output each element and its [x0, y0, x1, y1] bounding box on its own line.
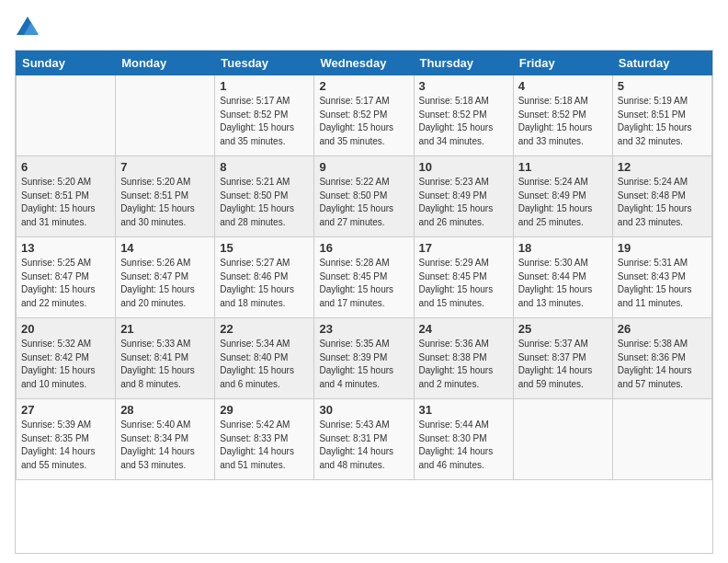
calendar-cell: 24Sunrise: 5:36 AM Sunset: 8:38 PM Dayli… [414, 318, 513, 399]
day-detail: Sunrise: 5:22 AM Sunset: 8:50 PM Dayligh… [319, 176, 408, 229]
calendar-cell: 23Sunrise: 5:35 AM Sunset: 8:39 PM Dayli… [314, 318, 414, 399]
calendar-cell: 2Sunrise: 5:17 AM Sunset: 8:52 PM Daylig… [314, 75, 414, 156]
calendar-cell: 5Sunrise: 5:19 AM Sunset: 8:51 PM Daylig… [612, 75, 711, 156]
day-detail: Sunrise: 5:28 AM Sunset: 8:45 PM Dayligh… [319, 257, 408, 310]
day-number: 31 [419, 403, 508, 417]
calendar-cell [612, 399, 711, 480]
calendar-cell: 26Sunrise: 5:38 AM Sunset: 8:36 PM Dayli… [612, 318, 711, 399]
calendar: SundayMondayTuesdayWednesdayThursdayFrid… [15, 50, 713, 554]
day-detail: Sunrise: 5:33 AM Sunset: 8:41 PM Dayligh… [120, 338, 210, 391]
day-detail: Sunrise: 5:34 AM Sunset: 8:40 PM Dayligh… [220, 338, 309, 391]
day-number: 19 [618, 241, 707, 255]
day-number: 13 [21, 241, 110, 255]
calendar-cell: 19Sunrise: 5:31 AM Sunset: 8:43 PM Dayli… [612, 237, 711, 318]
calendar-week-5: 27Sunrise: 5:39 AM Sunset: 8:35 PM Dayli… [17, 399, 712, 480]
calendar-cell: 22Sunrise: 5:34 AM Sunset: 8:40 PM Dayli… [215, 318, 314, 399]
calendar-cell: 1Sunrise: 5:17 AM Sunset: 8:52 PM Daylig… [215, 75, 314, 156]
day-number: 15 [220, 241, 309, 255]
calendar-cell: 7Sunrise: 5:20 AM Sunset: 8:51 PM Daylig… [116, 156, 215, 237]
day-detail: Sunrise: 5:36 AM Sunset: 8:38 PM Dayligh… [419, 338, 508, 391]
day-number: 5 [618, 79, 707, 93]
day-number: 29 [220, 403, 309, 417]
day-number: 8 [220, 160, 309, 174]
weekday-saturday: Saturday [612, 52, 711, 75]
day-number: 7 [120, 160, 210, 174]
weekday-monday: Monday [116, 52, 215, 75]
calendar-cell: 21Sunrise: 5:33 AM Sunset: 8:41 PM Dayli… [116, 318, 215, 399]
day-number: 20 [21, 322, 110, 336]
weekday-friday: Friday [513, 52, 612, 75]
calendar-cell: 13Sunrise: 5:25 AM Sunset: 8:47 PM Dayli… [17, 237, 116, 318]
day-number: 26 [618, 322, 707, 336]
day-number: 10 [419, 160, 508, 174]
weekday-thursday: Thursday [414, 52, 513, 75]
calendar-cell [116, 75, 215, 156]
calendar-cell: 30Sunrise: 5:43 AM Sunset: 8:31 PM Dayli… [314, 399, 414, 480]
calendar-week-4: 20Sunrise: 5:32 AM Sunset: 8:42 PM Dayli… [17, 318, 712, 399]
day-number: 2 [319, 79, 408, 93]
calendar-cell: 16Sunrise: 5:28 AM Sunset: 8:45 PM Dayli… [314, 237, 414, 318]
day-detail: Sunrise: 5:39 AM Sunset: 8:35 PM Dayligh… [21, 419, 110, 472]
calendar-cell: 15Sunrise: 5:27 AM Sunset: 8:46 PM Dayli… [215, 237, 314, 318]
calendar-cell: 18Sunrise: 5:30 AM Sunset: 8:44 PM Dayli… [513, 237, 612, 318]
calendar-cell: 4Sunrise: 5:18 AM Sunset: 8:52 PM Daylig… [513, 75, 612, 156]
calendar-cell: 20Sunrise: 5:32 AM Sunset: 8:42 PM Dayli… [17, 318, 116, 399]
day-detail: Sunrise: 5:24 AM Sunset: 8:49 PM Dayligh… [518, 176, 608, 229]
calendar-cell: 17Sunrise: 5:29 AM Sunset: 8:45 PM Dayli… [414, 237, 513, 318]
day-detail: Sunrise: 5:17 AM Sunset: 8:52 PM Dayligh… [220, 95, 309, 148]
day-number: 24 [419, 322, 508, 336]
day-detail: Sunrise: 5:44 AM Sunset: 8:30 PM Dayligh… [419, 419, 508, 472]
day-detail: Sunrise: 5:31 AM Sunset: 8:43 PM Dayligh… [618, 257, 707, 310]
calendar-cell: 3Sunrise: 5:18 AM Sunset: 8:52 PM Daylig… [414, 75, 513, 156]
day-detail: Sunrise: 5:27 AM Sunset: 8:46 PM Dayligh… [220, 257, 309, 310]
day-number: 25 [518, 322, 608, 336]
day-detail: Sunrise: 5:40 AM Sunset: 8:34 PM Dayligh… [120, 419, 210, 472]
day-detail: Sunrise: 5:32 AM Sunset: 8:42 PM Dayligh… [21, 338, 110, 391]
calendar-cell: 14Sunrise: 5:26 AM Sunset: 8:47 PM Dayli… [116, 237, 215, 318]
day-number: 21 [120, 322, 210, 336]
day-detail: Sunrise: 5:24 AM Sunset: 8:48 PM Dayligh… [618, 176, 707, 229]
day-detail: Sunrise: 5:18 AM Sunset: 8:52 PM Dayligh… [518, 95, 608, 148]
day-number: 11 [518, 160, 608, 174]
weekday-header-row: SundayMondayTuesdayWednesdayThursdayFrid… [17, 52, 712, 75]
calendar-cell: 10Sunrise: 5:23 AM Sunset: 8:49 PM Dayli… [414, 156, 513, 237]
day-detail: Sunrise: 5:20 AM Sunset: 8:51 PM Dayligh… [21, 176, 110, 229]
day-detail: Sunrise: 5:20 AM Sunset: 8:51 PM Dayligh… [120, 176, 210, 229]
weekday-tuesday: Tuesday [215, 52, 314, 75]
day-number: 28 [120, 403, 210, 417]
day-number: 22 [220, 322, 309, 336]
day-number: 14 [120, 241, 210, 255]
day-detail: Sunrise: 5:43 AM Sunset: 8:31 PM Dayligh… [319, 419, 408, 472]
calendar-cell: 6Sunrise: 5:20 AM Sunset: 8:51 PM Daylig… [17, 156, 116, 237]
calendar-cell: 27Sunrise: 5:39 AM Sunset: 8:35 PM Dayli… [17, 399, 116, 480]
day-number: 1 [220, 79, 309, 93]
calendar-cell: 9Sunrise: 5:22 AM Sunset: 8:50 PM Daylig… [314, 156, 414, 237]
calendar-week-1: 1Sunrise: 5:17 AM Sunset: 8:52 PM Daylig… [17, 75, 712, 156]
day-detail: Sunrise: 5:25 AM Sunset: 8:47 PM Dayligh… [21, 257, 110, 310]
day-detail: Sunrise: 5:18 AM Sunset: 8:52 PM Dayligh… [419, 95, 508, 148]
day-detail: Sunrise: 5:29 AM Sunset: 8:45 PM Dayligh… [419, 257, 508, 310]
calendar-week-2: 6Sunrise: 5:20 AM Sunset: 8:51 PM Daylig… [17, 156, 712, 237]
day-number: 18 [518, 241, 608, 255]
day-number: 16 [319, 241, 408, 255]
logo-icon [15, 15, 40, 40]
day-number: 12 [618, 160, 707, 174]
calendar-cell [513, 399, 612, 480]
weekday-wednesday: Wednesday [314, 52, 414, 75]
calendar-cell: 11Sunrise: 5:24 AM Sunset: 8:49 PM Dayli… [513, 156, 612, 237]
calendar-cell: 12Sunrise: 5:24 AM Sunset: 8:48 PM Dayli… [612, 156, 711, 237]
day-detail: Sunrise: 5:19 AM Sunset: 8:51 PM Dayligh… [618, 95, 707, 148]
calendar-cell: 25Sunrise: 5:37 AM Sunset: 8:37 PM Dayli… [513, 318, 612, 399]
day-detail: Sunrise: 5:35 AM Sunset: 8:39 PM Dayligh… [319, 338, 408, 391]
day-detail: Sunrise: 5:23 AM Sunset: 8:49 PM Dayligh… [419, 176, 508, 229]
logo [15, 15, 44, 40]
day-number: 6 [21, 160, 110, 174]
day-detail: Sunrise: 5:21 AM Sunset: 8:50 PM Dayligh… [220, 176, 309, 229]
calendar-cell: 28Sunrise: 5:40 AM Sunset: 8:34 PM Dayli… [116, 399, 215, 480]
day-detail: Sunrise: 5:37 AM Sunset: 8:37 PM Dayligh… [518, 338, 608, 391]
day-detail: Sunrise: 5:38 AM Sunset: 8:36 PM Dayligh… [618, 338, 707, 391]
day-number: 4 [518, 79, 608, 93]
day-detail: Sunrise: 5:30 AM Sunset: 8:44 PM Dayligh… [518, 257, 608, 310]
calendar-cell [17, 75, 116, 156]
calendar-week-3: 13Sunrise: 5:25 AM Sunset: 8:47 PM Dayli… [17, 237, 712, 318]
